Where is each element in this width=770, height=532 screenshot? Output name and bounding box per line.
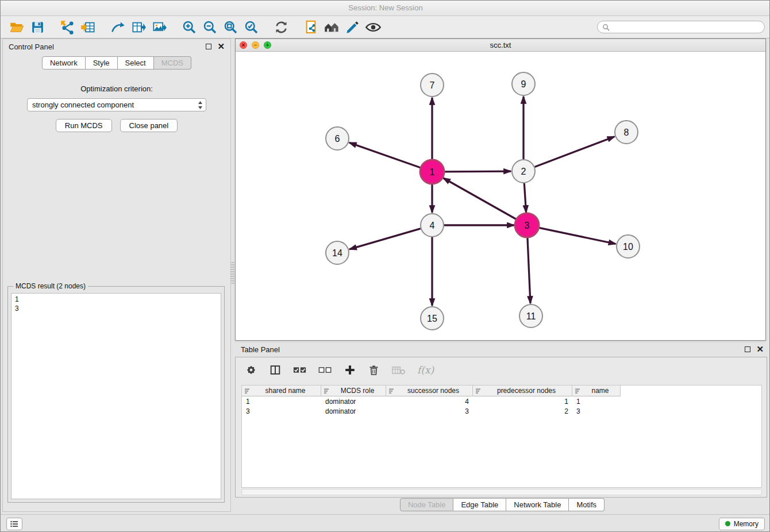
columns-icon — [269, 364, 282, 376]
search-field[interactable] — [597, 21, 765, 33]
control-panel-tabs: NetworkStyleSelectMCDS — [3, 56, 230, 70]
task-history-button[interactable] — [6, 518, 22, 530]
column-header-shared-name[interactable]: shared name — [242, 385, 321, 396]
table-cell: dominator — [321, 398, 386, 406]
zoom-window-button[interactable]: + — [264, 41, 271, 49]
edge-3-1[interactable] — [443, 178, 517, 219]
tab-network[interactable]: Network — [42, 56, 86, 70]
close-table-panel-icon[interactable]: ✕ — [756, 346, 764, 352]
column-settings-button[interactable] — [245, 364, 257, 376]
graph-node-label-4: 4 — [430, 221, 435, 230]
add-column-button[interactable] — [344, 364, 356, 376]
open-folder-icon — [9, 20, 25, 35]
graph-node-label-7: 7 — [430, 80, 435, 90]
unchecked-boxes-icon — [318, 365, 332, 375]
column-header-label: shared name — [252, 387, 318, 395]
open-file-button[interactable] — [6, 18, 27, 36]
edge-2-8[interactable] — [535, 137, 615, 167]
home-layout-button[interactable] — [321, 18, 342, 36]
edge-4-14[interactable] — [349, 229, 421, 249]
close-window-button[interactable]: × — [240, 41, 247, 49]
column-header-MCDS-role[interactable]: MCDS role — [321, 385, 386, 396]
apply-style-button[interactable] — [342, 18, 363, 36]
column-header-successor-nodes[interactable]: successor nodes — [386, 385, 473, 396]
sort-icon — [388, 388, 395, 394]
import-table-button[interactable] — [78, 18, 98, 36]
network-window-title: scc.txt — [490, 41, 511, 49]
close-panel-button[interactable]: Close panel — [120, 119, 178, 132]
network-canvas[interactable]: 7968124310141511 — [236, 52, 765, 340]
run-mcds-button[interactable]: Run MCDS — [56, 119, 112, 132]
delete-table-button[interactable] — [391, 365, 406, 376]
optimization-dropdown[interactable]: strongly connected component — [27, 98, 206, 111]
edge-1-2[interactable] — [444, 171, 511, 172]
graph-node-label-8: 8 — [624, 128, 629, 137]
home-icon — [324, 20, 340, 35]
zoom-in-button[interactable] — [179, 18, 199, 36]
close-panel-icon[interactable]: ✕ — [217, 44, 225, 49]
edge-1-6[interactable] — [349, 142, 421, 168]
graph-node-label-2: 2 — [521, 167, 526, 176]
table-cell: 1 — [242, 398, 321, 406]
show-columns-button[interactable] — [269, 364, 282, 376]
float-panel-icon[interactable] — [206, 44, 211, 49]
minimize-window-button[interactable]: − — [252, 41, 259, 49]
function-builder-button[interactable]: f(x) — [417, 364, 434, 376]
column-header-label: predecessor nodes — [483, 387, 569, 395]
select-all-button[interactable] — [293, 365, 307, 375]
float-table-panel-icon[interactable] — [745, 346, 750, 352]
sort-icon — [575, 388, 581, 394]
table-horizontal-scrollbar[interactable] — [241, 489, 762, 495]
network-file-icon — [303, 20, 319, 35]
tab-node-table[interactable]: Node Table — [400, 498, 454, 511]
table-cell: 3 — [572, 407, 621, 415]
export-network-icon — [110, 20, 126, 35]
graph-node-label-11: 11 — [526, 311, 536, 321]
column-header-predecessor-nodes[interactable]: predecessor nodes — [473, 385, 572, 396]
optimization-label: Optimization criterion: — [3, 84, 230, 93]
control-panel-title: Control Panel — [9, 43, 54, 51]
table-cell: 4 — [386, 398, 473, 406]
deselect-all-button[interactable] — [318, 365, 332, 375]
tab-style[interactable]: Style — [86, 56, 118, 70]
table-cell: 2 — [473, 407, 572, 415]
tab-mcds[interactable]: MCDS — [154, 56, 191, 70]
tab-edge-table[interactable]: Edge Table — [453, 498, 506, 511]
zoom-fit-icon — [223, 20, 238, 35]
export-image-button[interactable] — [149, 18, 170, 36]
table-cell: 3 — [242, 407, 321, 415]
column-header-name[interactable]: name — [572, 385, 621, 396]
panel-splitter-handle[interactable] — [231, 262, 234, 284]
window-title: Session: New Session — [1, 1, 770, 16]
tab-motifs[interactable]: Motifs — [569, 498, 605, 511]
zoom-out-button[interactable] — [199, 18, 220, 36]
edge-2-3[interactable] — [524, 183, 526, 213]
graph-node-label-1: 1 — [430, 167, 435, 177]
import-network-button[interactable] — [57, 18, 78, 36]
table-cell: 1 — [473, 398, 572, 406]
graph-node-label-6: 6 — [335, 134, 340, 144]
export-table-button[interactable] — [128, 18, 149, 36]
eye-icon — [365, 20, 382, 35]
refresh-button[interactable] — [271, 18, 291, 36]
search-input[interactable] — [613, 23, 760, 31]
show-hide-button[interactable] — [363, 18, 383, 36]
network-graph[interactable]: 7968124310141511 — [236, 52, 767, 341]
export-image-icon — [152, 20, 167, 35]
memory-button[interactable]: Memory — [719, 518, 765, 530]
table-row[interactable]: 1dominator411 — [242, 396, 761, 406]
table-row[interactable]: 3dominator323 — [242, 406, 761, 416]
tab-network-table[interactable]: Network Table — [506, 498, 569, 511]
search-icon — [602, 24, 610, 31]
edge-3-11[interactable] — [528, 237, 530, 303]
mcds-result-title: MCDS result (2 nodes) — [13, 282, 88, 290]
export-network-button[interactable] — [107, 18, 128, 36]
save-session-button[interactable] — [27, 18, 48, 36]
zoom-fit-button[interactable] — [220, 18, 241, 36]
mcds-result-list[interactable]: 1 3 — [11, 293, 221, 499]
tab-select[interactable]: Select — [118, 56, 154, 70]
zoom-selected-button[interactable] — [241, 18, 261, 36]
edge-3-10[interactable] — [539, 228, 616, 244]
open-network-file-button[interactable] — [301, 18, 321, 36]
delete-column-button[interactable] — [368, 364, 380, 376]
